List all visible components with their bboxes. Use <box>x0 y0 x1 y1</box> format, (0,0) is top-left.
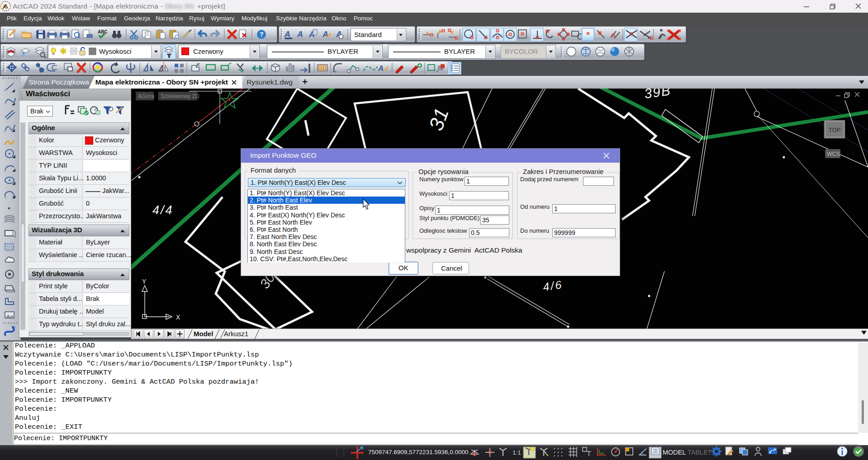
svg-text:A: A <box>297 30 303 39</box>
svg-text:1:1: 1:1 <box>512 449 521 456</box>
svg-text:&Góra: &Góra <box>138 93 154 99</box>
svg-text:MODEL: MODEL <box>663 449 686 456</box>
svg-text:4/4: 4/4 <box>152 203 174 217</box>
svg-text:?: ? <box>260 31 264 38</box>
svg-text:Y: Y <box>142 278 147 285</box>
svg-text:X: X <box>176 314 180 321</box>
svg-text:ABC: ABC <box>98 29 108 34</box>
svg-text:A: A <box>284 30 290 39</box>
svg-text:Szkieletowy 2D: Szkieletowy 2D <box>161 93 199 99</box>
svg-text:WCS: WCS <box>827 151 840 157</box>
svg-text:TABLET: TABLET <box>688 449 712 456</box>
svg-text:A: A <box>378 64 384 73</box>
svg-text:TOP: TOP <box>829 127 841 133</box>
